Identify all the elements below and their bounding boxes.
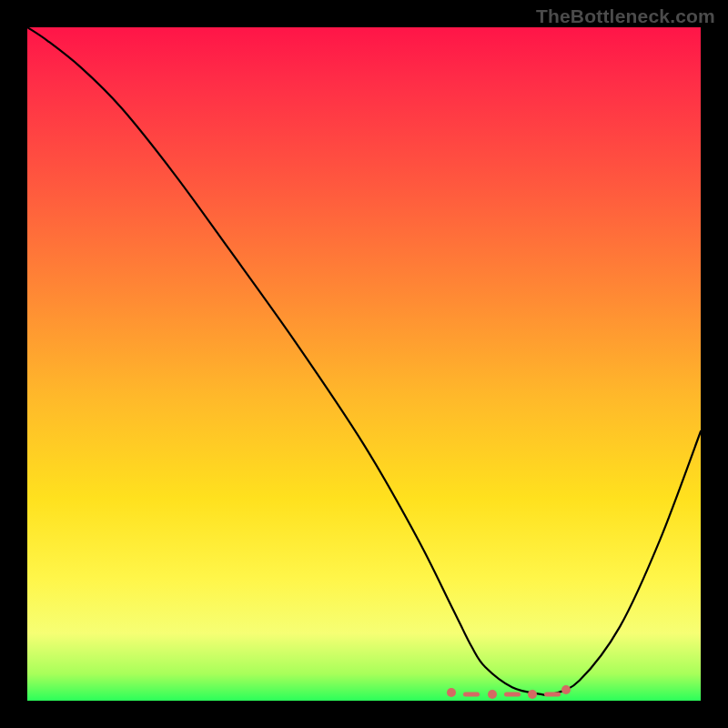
marker-dot: [488, 690, 497, 699]
marker-dash: [504, 693, 521, 697]
marker-dash: [544, 692, 561, 696]
plot-area: [27, 27, 701, 701]
marker-dot: [528, 690, 537, 699]
chart-frame: TheBottleneck.com: [0, 0, 728, 728]
marker-dot: [561, 685, 571, 694]
marker-dot: [447, 688, 456, 697]
optimal-region-markers: [27, 27, 701, 701]
marker-dash: [463, 692, 480, 696]
watermark-text: TheBottleneck.com: [536, 5, 715, 27]
